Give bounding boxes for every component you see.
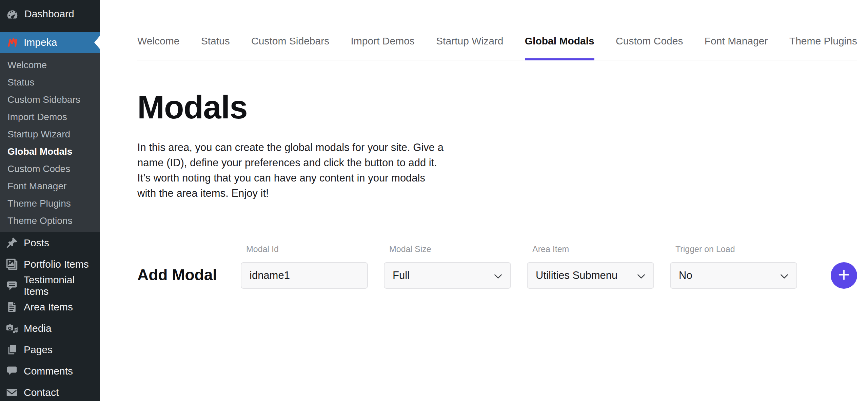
camera-music-icon	[6, 322, 18, 335]
sidebar-item-media[interactable]: Media	[0, 318, 100, 339]
tab-custom-sidebars[interactable]: Custom Sidebars	[251, 35, 329, 60]
gallery-icon	[6, 258, 18, 270]
stacked-pages-icon	[6, 344, 18, 356]
area-item-label: Area Item	[532, 244, 654, 254]
tab-status[interactable]: Status	[201, 35, 230, 60]
chevron-down-icon	[637, 269, 645, 282]
modal-size-select[interactable]: Full	[384, 262, 511, 289]
field-modal-id: Modal Id	[241, 244, 368, 289]
area-item-value: Utilities Submenu	[536, 269, 617, 282]
trigger-on-load-value: No	[679, 269, 692, 282]
admin-screen: Dashboard Impeka Welcome Status Custom S…	[0, 0, 868, 401]
tab-font-manager[interactable]: Font Manager	[705, 35, 768, 60]
trigger-on-load-label: Trigger on Load	[675, 244, 797, 254]
submenu-item-status[interactable]: Status	[0, 74, 100, 91]
tab-global-modals[interactable]: Global Modals	[525, 35, 594, 60]
sidebar-item-impeka[interactable]: Impeka	[0, 32, 100, 53]
submenu-item-custom-sidebars[interactable]: Custom Sidebars	[0, 91, 100, 108]
sidebar-item-comments[interactable]: Comments	[0, 360, 100, 382]
modal-id-label: Modal Id	[246, 244, 368, 254]
sidebar-item-label: Media	[24, 323, 52, 334]
tab-import-demos[interactable]: Import Demos	[351, 35, 414, 60]
sidebar-item-testimonial-items[interactable]: Testimonial Items	[0, 275, 100, 296]
submenu-item-font-manager[interactable]: Font Manager	[0, 177, 100, 195]
admin-sidebar: Dashboard Impeka Welcome Status Custom S…	[0, 0, 100, 401]
tab-startup-wizard[interactable]: Startup Wizard	[436, 35, 503, 60]
sidebar-item-label: Comments	[24, 365, 73, 377]
settings-tabs: Welcome Status Custom Sidebars Import De…	[137, 0, 857, 60]
sidebar-item-label: Pages	[24, 344, 53, 356]
comment-bubble-icon	[6, 365, 18, 377]
submenu-item-custom-codes[interactable]: Custom Codes	[0, 160, 100, 177]
submenu-item-welcome[interactable]: Welcome	[0, 56, 100, 74]
modal-size-value: Full	[393, 269, 410, 282]
add-modal-button[interactable]	[831, 262, 857, 289]
submenu-item-theme-plugins[interactable]: Theme Plugins	[0, 195, 100, 212]
page-title: Modals	[137, 90, 857, 125]
field-modal-size: Modal Size Full	[384, 244, 511, 289]
envelope-icon	[6, 386, 18, 399]
plus-icon	[837, 268, 850, 282]
sidebar-item-label: Area Items	[24, 301, 73, 313]
sidebar-item-label: Dashboard	[24, 8, 74, 20]
submenu-item-startup-wizard[interactable]: Startup Wizard	[0, 126, 100, 143]
field-area-item: Area Item Utilities Submenu	[527, 244, 654, 289]
chevron-down-icon	[494, 269, 502, 282]
impeka-submenu: Welcome Status Custom Sidebars Import De…	[0, 53, 100, 232]
sidebar-item-label: Impeka	[24, 37, 57, 48]
sidebar-item-pages[interactable]: Pages	[0, 339, 100, 360]
area-item-select[interactable]: Utilities Submenu	[527, 262, 654, 289]
document-icon	[6, 301, 18, 313]
sidebar-item-label: Contact	[24, 387, 59, 398]
tab-custom-codes[interactable]: Custom Codes	[616, 35, 683, 60]
sidebar-item-portfolio-items[interactable]: Portfolio Items	[0, 253, 100, 275]
dashboard-gauge-icon	[6, 8, 19, 20]
submenu-item-global-modals[interactable]: Global Modals	[0, 143, 100, 160]
tab-theme-plugins[interactable]: Theme Plugins	[789, 35, 857, 60]
tab-welcome[interactable]: Welcome	[137, 35, 179, 60]
modal-id-input[interactable]	[241, 262, 368, 289]
add-modal-form: Add Modal Modal Id Modal Size Full Area …	[137, 244, 857, 289]
add-modal-heading: Add Modal	[137, 266, 241, 284]
sidebar-item-contact[interactable]: Contact	[0, 382, 100, 401]
field-trigger-on-load: Trigger on Load No	[670, 244, 797, 289]
impeka-logo-icon	[7, 37, 18, 48]
page-description: In this area, you can create the global …	[137, 140, 446, 201]
sidebar-item-posts[interactable]: Posts	[0, 232, 100, 253]
sidebar-item-dashboard[interactable]: Dashboard	[0, 3, 100, 25]
submenu-item-import-demos[interactable]: Import Demos	[0, 108, 100, 126]
modal-size-label: Modal Size	[389, 244, 511, 254]
sidebar-item-label: Posts	[24, 237, 49, 249]
trigger-on-load-select[interactable]: No	[670, 262, 797, 289]
main-content: Welcome Status Custom Sidebars Import De…	[100, 0, 868, 401]
submenu-item-theme-options[interactable]: Theme Options	[0, 212, 100, 229]
chevron-down-icon	[780, 269, 788, 282]
sidebar-item-label: Testimonial Items	[24, 274, 100, 297]
testimonial-bubble-icon	[6, 280, 18, 292]
sidebar-item-label: Portfolio Items	[24, 259, 89, 270]
sidebar-item-area-items[interactable]: Area Items	[0, 296, 100, 318]
pushpin-icon	[6, 237, 18, 249]
